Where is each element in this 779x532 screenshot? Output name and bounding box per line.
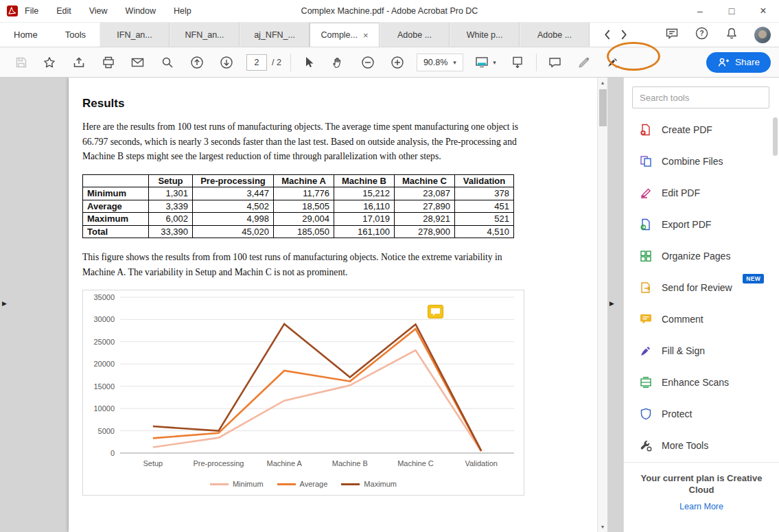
tool-label: Organize Pages xyxy=(662,251,730,262)
tab-tools[interactable]: Tools xyxy=(51,23,100,47)
tab-label: Adobe ... xyxy=(537,30,572,40)
toolbar-separator xyxy=(290,54,291,71)
pencil-tool-icon[interactable] xyxy=(570,51,599,73)
comment-annotation-icon[interactable] xyxy=(428,305,443,319)
document-tab-0[interactable]: IFN_an... xyxy=(100,23,170,47)
help-icon[interactable]: ? xyxy=(695,26,709,43)
tool-label: Enhance Scans xyxy=(662,377,729,388)
share-button[interactable]: Share xyxy=(706,52,771,73)
value-cell: 185,050 xyxy=(274,225,334,238)
value-cell: 3,339 xyxy=(149,200,193,213)
table-header-cell: Setup xyxy=(149,174,193,187)
document-tab-4[interactable]: Adobe ... xyxy=(380,23,450,47)
left-panel-expand-icon[interactable]: ▶ xyxy=(2,300,7,307)
user-avatar[interactable] xyxy=(754,27,771,43)
select-tool-icon[interactable] xyxy=(294,51,324,73)
value-cell: 16,110 xyxy=(334,200,395,213)
value-cell: 45,020 xyxy=(193,225,274,238)
menu-view[interactable]: View xyxy=(89,6,108,16)
save-icon[interactable] xyxy=(8,51,34,73)
sidebar-tool-protect[interactable]: Protect xyxy=(624,398,779,430)
sidebar-tool-send-review[interactable]: Send for ReviewNEW xyxy=(624,272,779,303)
print-icon[interactable] xyxy=(93,51,123,73)
menu-edit[interactable]: Edit xyxy=(56,6,71,16)
tab-scroll-left-icon[interactable] xyxy=(603,29,611,41)
value-cell: 29,004 xyxy=(274,213,334,226)
minimize-button[interactable]: – xyxy=(684,0,716,22)
tab-home[interactable]: Home xyxy=(0,23,51,47)
menu-help[interactable]: Help xyxy=(174,6,191,16)
page-count-label: / 2 xyxy=(272,58,281,67)
tool-label: More Tools xyxy=(662,440,708,451)
sidebar-tool-fill-sign[interactable]: Fill & Sign xyxy=(624,335,779,367)
zoom-in-icon[interactable] xyxy=(383,51,412,73)
table-row: Maximum6,0024,99829,00417,01928,921521 xyxy=(83,213,514,226)
close-tab-icon[interactable]: × xyxy=(363,30,369,41)
organize-pages-icon xyxy=(639,249,653,263)
sidebar-tool-more-tools[interactable]: More Tools xyxy=(624,430,779,461)
sidebar-tool-combine-files[interactable]: Combine Files xyxy=(624,146,779,177)
document-tab-6[interactable]: Adobe ... xyxy=(520,23,590,47)
right-panel-collapse-icon[interactable]: ▶ xyxy=(609,300,614,307)
results-paragraph: Here are the results from 100 test runs … xyxy=(82,119,530,164)
value-cell: 11,776 xyxy=(274,187,334,200)
row-label-cell: Total xyxy=(83,225,149,238)
scrollbar-thumb[interactable] xyxy=(599,89,607,126)
legend-label: Minimum xyxy=(233,480,264,488)
results-chart: 05000100001500020000250003000035000Setup… xyxy=(82,290,524,496)
document-tab-2[interactable]: aj_NFN_... xyxy=(240,23,310,47)
protect-icon xyxy=(639,407,653,421)
maximize-button[interactable]: □ xyxy=(716,0,747,22)
notifications-bell-icon[interactable] xyxy=(725,27,739,43)
svg-text:Machine A: Machine A xyxy=(266,459,302,467)
scroll-up-icon[interactable]: ▲ xyxy=(598,78,607,88)
star-icon[interactable] xyxy=(34,51,64,73)
combine-files-icon xyxy=(639,154,653,168)
chart-plot: 05000100001500020000250003000035000Setup… xyxy=(83,290,524,474)
scroll-down-icon[interactable]: ▼ xyxy=(598,522,607,532)
search-icon[interactable] xyxy=(152,51,182,73)
next-page-icon[interactable] xyxy=(211,51,241,73)
page-number-input[interactable] xyxy=(246,54,267,71)
document-tab-1[interactable]: NFN_an... xyxy=(170,23,240,47)
value-cell: 278,900 xyxy=(395,225,455,238)
tab-label: aj_NFN_... xyxy=(254,30,295,40)
menu-file[interactable]: File xyxy=(25,6,38,16)
document-tab-3[interactable]: Comple...× xyxy=(310,23,380,47)
learn-more-link[interactable]: Learn More xyxy=(679,502,723,511)
zoom-level-dropdown[interactable]: 90.8% ▾ xyxy=(417,54,463,71)
previous-page-icon[interactable] xyxy=(182,51,211,73)
comment-tool-icon[interactable] xyxy=(540,51,570,73)
sidebar-tool-edit-pdf[interactable]: Edit PDF xyxy=(624,177,779,209)
email-icon[interactable] xyxy=(123,51,152,73)
tab-scroll-right-icon[interactable] xyxy=(620,29,628,41)
menu-window[interactable]: Window xyxy=(126,6,156,16)
sidebar-tool-enhance-scans[interactable]: Enhance Scans xyxy=(624,367,779,398)
feedback-bubble-icon[interactable] xyxy=(665,27,679,43)
document-area: Results Here are the results from 100 te… xyxy=(0,78,623,532)
document-scrollbar[interactable]: ▲ ▼ xyxy=(597,78,607,532)
document-tab-5[interactable]: White p... xyxy=(450,23,520,47)
svg-text:15000: 15000 xyxy=(93,382,115,391)
scrolling-mode-icon[interactable] xyxy=(503,51,533,73)
tool-label: Comment xyxy=(662,314,704,325)
zoom-out-icon[interactable] xyxy=(353,51,383,73)
upload-cloud-icon[interactable] xyxy=(64,51,93,73)
svg-text:Setup: Setup xyxy=(143,459,163,467)
svg-text:Machine B: Machine B xyxy=(332,459,368,467)
tab-label: NFN_an... xyxy=(185,30,224,40)
sidebar-tool-create-pdf[interactable]: Create PDF xyxy=(624,114,779,146)
table-header-cell xyxy=(83,174,149,187)
page-display-dropdown[interactable]: ▾ xyxy=(467,51,503,73)
sidebar-tool-comment[interactable]: Comment xyxy=(624,303,779,335)
close-button[interactable]: × xyxy=(747,0,779,22)
hand-tool-icon[interactable] xyxy=(324,51,353,73)
sidebar-scrollbar-thumb[interactable] xyxy=(773,117,778,156)
sign-tool-icon[interactable] xyxy=(599,51,629,73)
plan-text: Your current plan is Creative Cloud xyxy=(640,472,763,496)
search-tools-input[interactable] xyxy=(632,86,769,108)
sidebar-tool-export-pdf[interactable]: Export PDF xyxy=(624,209,779,240)
sidebar-tool-organize-pages[interactable]: Organize Pages xyxy=(624,240,779,272)
value-cell: 15,212 xyxy=(334,187,395,200)
comment-icon xyxy=(639,312,653,326)
